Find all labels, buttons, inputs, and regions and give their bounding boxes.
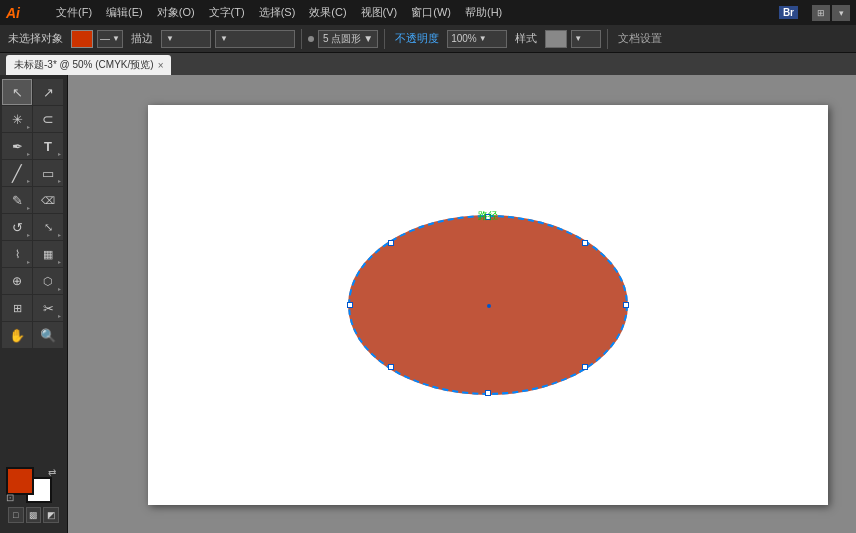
live-paint-sub-arrow: ▸ (58, 285, 61, 292)
default-colors-icon[interactable]: ⊡ (6, 492, 14, 503)
tool-row-5: ✎ ▸ ⌫ (2, 187, 65, 213)
app-logo: Ai (6, 5, 40, 21)
canvas-area[interactable]: 路径 (68, 75, 856, 533)
document-tab[interactable]: 未标题-3* @ 50% (CMYK/预览) × (6, 55, 171, 75)
style-label: 样式 (511, 31, 541, 46)
scale-icon: ⤡ (44, 221, 53, 234)
menu-view[interactable]: 视图(V) (355, 3, 404, 22)
control-bar: 未选择对象 — ▼ 描边 ▼ ▼ 5 点圆形 ▼ 不透明度 100% ▼ 样式 … (0, 25, 856, 53)
opacity-input[interactable]: 100% ▼ (447, 30, 507, 48)
scissors-tool[interactable]: ✂ ▸ (33, 295, 63, 321)
direct-selection-icon: ↗ (43, 85, 54, 100)
tool-row-6: ↺ ▸ ⤡ ▸ (2, 214, 65, 240)
pencil-tool[interactable]: ✎ ▸ (2, 187, 32, 213)
left-toolbar: ↖ ↗ ✳ ▸ ⊂ ✒ ▸ T ▸ (0, 75, 68, 533)
style-dropdown[interactable]: ▼ (571, 30, 601, 48)
selection-tool[interactable]: ↖ (2, 79, 32, 105)
style-arrow: ▼ (574, 34, 582, 43)
scale-tool[interactable]: ⤡ ▸ (33, 214, 63, 240)
tool-row-2: ✳ ▸ ⊂ (2, 106, 65, 132)
menu-bar: 文件(F) 编辑(E) 对象(O) 文字(T) 选择(S) 效果(C) 视图(V… (50, 3, 508, 22)
collapse-button[interactable]: ▾ (832, 5, 850, 21)
fill-dropdown[interactable]: — ▼ (97, 30, 123, 48)
zoom-tool[interactable]: 🔍 (33, 322, 63, 348)
menu-effect[interactable]: 效果(C) (303, 3, 352, 22)
tool-row-4: ╱ ▸ ▭ ▸ (2, 160, 65, 186)
menu-type[interactable]: 文字(T) (203, 3, 251, 22)
rotate-sub-arrow: ▸ (27, 231, 30, 238)
magic-wand-icon: ✳ (12, 112, 23, 127)
menu-window[interactable]: 窗口(W) (405, 3, 457, 22)
stroke-weight-arrow: ▼ (220, 34, 228, 43)
stroke-weight-dropdown[interactable]: ▼ (215, 30, 295, 48)
grid-view-button[interactable]: ⊞ (812, 5, 830, 21)
type-tool[interactable]: T ▸ (33, 133, 63, 159)
pen-tool[interactable]: ✒ ▸ (2, 133, 32, 159)
color-mode-button[interactable]: ▩ (26, 507, 42, 523)
tab-title: 未标题-3* @ 50% (CMYK/预览) (14, 58, 154, 72)
type-sub-arrow: ▸ (58, 150, 61, 157)
status-label: 未选择对象 (4, 31, 67, 46)
magic-wand-tool[interactable]: ✳ ▸ (2, 106, 32, 132)
hand-icon: ✋ (9, 328, 25, 343)
warp-sub-arrow: ▸ (27, 258, 30, 265)
scissors-icon: ✂ (43, 301, 54, 316)
separator-1 (301, 29, 302, 49)
eraser-tool[interactable]: ⌫ (33, 187, 63, 213)
direct-selection-tool[interactable]: ↗ (33, 79, 63, 105)
point-shape-selector[interactable]: 5 点圆形 ▼ (318, 30, 378, 48)
line-tool[interactable]: ╱ ▸ (2, 160, 32, 186)
tab-close-button[interactable]: × (158, 60, 164, 71)
graph-tool[interactable]: ▦ ▸ (33, 241, 63, 267)
screen-mode-row: □ ▩ ◩ (6, 505, 61, 525)
menu-object[interactable]: 对象(O) (151, 3, 201, 22)
zoom-icon: 🔍 (40, 328, 56, 343)
stroke-arrow: ▼ (166, 34, 174, 43)
tool-row-8: ⊕ ⬡ ▸ (2, 268, 65, 294)
menu-select[interactable]: 选择(S) (253, 3, 302, 22)
stroke-label: 描边 (127, 31, 157, 46)
fill-swatch[interactable] (71, 30, 93, 48)
fill-type: — (100, 33, 110, 44)
gradient-mode-button[interactable]: ◩ (43, 507, 59, 523)
menu-file[interactable]: 文件(F) (50, 3, 98, 22)
warp-tool[interactable]: ⌇ ▸ (2, 241, 32, 267)
center-dot (487, 304, 491, 308)
live-paint-tool[interactable]: ⬡ ▸ (33, 268, 63, 294)
scissors-sub-arrow: ▸ (58, 312, 61, 319)
artboard-tool[interactable]: ⊞ (2, 295, 32, 321)
shape-label: 路径 (478, 209, 498, 223)
shape-builder-icon: ⊕ (12, 274, 22, 288)
lasso-tool[interactable]: ⊂ (33, 106, 63, 132)
rectangle-icon: ▭ (42, 166, 54, 181)
menu-edit[interactable]: 编辑(E) (100, 3, 149, 22)
line-icon: ╱ (12, 164, 22, 183)
graph-sub-arrow: ▸ (58, 258, 61, 265)
shape-builder-tool[interactable]: ⊕ (2, 268, 32, 294)
selection-icon: ↖ (12, 85, 23, 100)
foreground-color-swatch[interactable] (6, 467, 34, 495)
graph-icon: ▦ (43, 248, 53, 261)
warp-icon: ⌇ (15, 248, 20, 261)
pencil-icon: ✎ (12, 193, 23, 208)
tool-row-10: ✋ 🔍 (2, 322, 65, 348)
rotate-tool[interactable]: ↺ ▸ (2, 214, 32, 240)
title-bar: Ai 文件(F) 编辑(E) 对象(O) 文字(T) 选择(S) 效果(C) 视… (0, 0, 856, 25)
shape-container: 路径 (348, 205, 628, 405)
tool-row-9: ⊞ ✂ ▸ (2, 295, 65, 321)
doc-settings-label[interactable]: 文档设置 (614, 31, 666, 46)
pen-icon: ✒ (12, 139, 23, 154)
live-paint-icon: ⬡ (43, 275, 53, 288)
fill-arrow: ▼ (112, 34, 120, 43)
tool-row-7: ⌇ ▸ ▦ ▸ (2, 241, 65, 267)
br-badge[interactable]: Br (779, 6, 798, 19)
rectangle-tool[interactable]: ▭ ▸ (33, 160, 63, 186)
style-swatch[interactable] (545, 30, 567, 48)
hand-tool[interactable]: ✋ (2, 322, 32, 348)
stroke-dropdown[interactable]: ▼ (161, 30, 211, 48)
opacity-value: 100% (451, 33, 477, 44)
normal-mode-button[interactable]: □ (8, 507, 24, 523)
color-swatches: ⇄ ⊡ □ ▩ ◩ (2, 463, 65, 529)
menu-help[interactable]: 帮助(H) (459, 3, 508, 22)
opacity-arrow: ▼ (479, 34, 487, 43)
